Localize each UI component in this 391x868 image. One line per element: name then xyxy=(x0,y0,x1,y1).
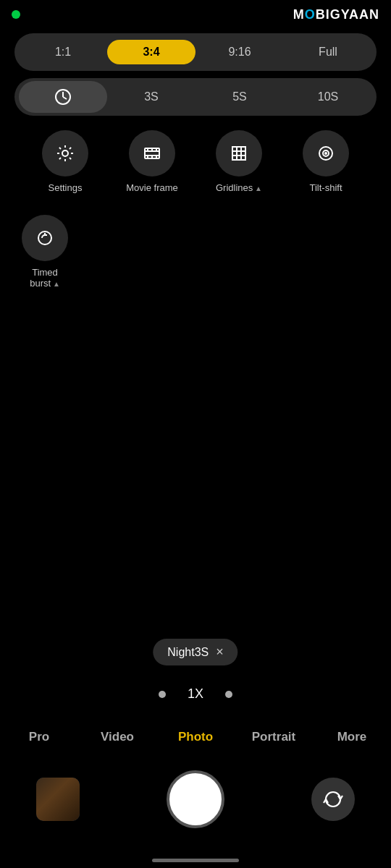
movie-frame-label: Movie frame xyxy=(126,182,178,193)
night-badge-close[interactable]: × xyxy=(216,644,224,660)
svg-line-2 xyxy=(63,97,67,99)
aspect-3-4[interactable]: 3:4 xyxy=(107,40,196,64)
zoom-dot-right xyxy=(225,691,232,698)
mode-pro[interactable]: Pro xyxy=(0,726,78,749)
zoom-dot-left xyxy=(159,691,166,698)
home-indicator xyxy=(152,859,239,862)
mode-photo[interactable]: Photo xyxy=(156,726,235,749)
timer-10s-btn[interactable]: 10S xyxy=(284,85,372,109)
status-indicator xyxy=(12,10,20,19)
settings-option[interactable]: Settings xyxy=(22,130,109,193)
aspect-1-1[interactable]: 1:1 xyxy=(19,40,107,64)
timed-burst-label: Timed burst xyxy=(22,267,68,289)
svg-point-3 xyxy=(62,150,68,156)
gridlines-circle xyxy=(216,130,262,176)
timer-3s-btn[interactable]: 3S xyxy=(107,85,196,109)
gridlines-label: Gridlines xyxy=(216,182,262,193)
timer-clock-btn[interactable] xyxy=(19,81,107,113)
tilt-shift-circle xyxy=(303,130,349,176)
timer-bar: 3S 5S 10S xyxy=(14,78,377,116)
movie-frame-circle xyxy=(129,130,175,176)
timer-5s-btn[interactable]: 5S xyxy=(196,85,284,109)
aspect-9-16[interactable]: 9:16 xyxy=(196,40,284,64)
mode-more[interactable]: More xyxy=(313,726,391,749)
gridlines-option[interactable]: Gridlines xyxy=(196,130,282,193)
aspect-ratio-bar: 1:1 3:4 9:16 Full xyxy=(14,33,377,71)
mode-bar: Pro Video Photo Portrait More xyxy=(0,718,391,756)
night-badge-container: Night3S × xyxy=(153,639,237,665)
movie-frame-option[interactable]: Movie frame xyxy=(109,130,196,193)
aspect-full[interactable]: Full xyxy=(284,40,372,64)
gallery-thumbnail[interactable] xyxy=(36,778,80,821)
night-badge-text: Night3S xyxy=(167,646,209,659)
camera-options-grid: Settings Movie frame xyxy=(0,123,391,215)
svg-rect-13 xyxy=(232,147,245,160)
timed-burst-circle xyxy=(22,215,68,261)
timed-burst-row: Timed burst xyxy=(0,215,391,289)
settings-circle xyxy=(42,130,88,176)
zoom-value[interactable]: 1X xyxy=(188,686,203,702)
settings-label: Settings xyxy=(49,182,83,193)
shutter-button[interactable] xyxy=(167,770,224,828)
watermark-logo: MOBIGYAAN xyxy=(293,7,379,22)
status-bar: MOBIGYAAN xyxy=(0,0,391,26)
gallery-image xyxy=(36,778,80,821)
camera-controls xyxy=(0,770,391,828)
flip-camera-button[interactable] xyxy=(311,778,355,821)
tilt-shift-label: Tilt-shift xyxy=(309,182,342,193)
zoom-controls: 1X xyxy=(159,686,232,702)
mode-video[interactable]: Video xyxy=(78,726,156,749)
mode-portrait[interactable]: Portrait xyxy=(235,726,313,749)
svg-point-20 xyxy=(325,153,327,154)
tilt-shift-option[interactable]: Tilt-shift xyxy=(282,130,369,193)
timed-burst-option[interactable]: Timed burst xyxy=(22,215,68,289)
night-badge: Night3S × xyxy=(153,639,237,665)
